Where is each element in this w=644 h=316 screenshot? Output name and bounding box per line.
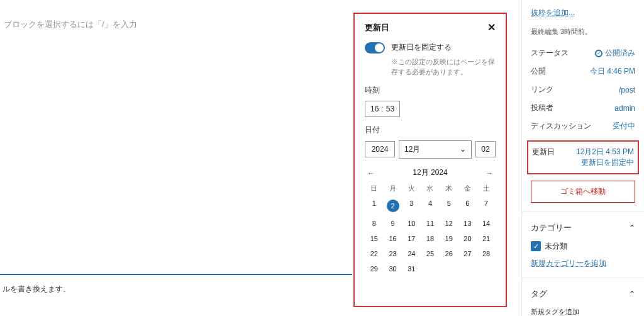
calendar-day[interactable]: 19 — [440, 234, 458, 244]
calendar-day[interactable]: 21 — [477, 234, 496, 244]
author-label: 投稿者 — [531, 103, 553, 113]
calendar-day[interactable]: 27 — [458, 249, 477, 259]
permalink-hint: ルを書き換えます。 — [0, 274, 352, 295]
fix-update-date-label: 更新日を固定する — [391, 42, 452, 53]
calendar-day — [440, 264, 458, 274]
calendar-day — [477, 264, 496, 274]
category-item-label: 未分類 — [545, 241, 567, 252]
calendar-day[interactable]: 23 — [384, 249, 402, 259]
calendar-dow: 木 — [440, 184, 458, 193]
calendar-day[interactable]: 18 — [421, 234, 440, 244]
calendar-dow: 日 — [365, 184, 384, 193]
calendar-day — [421, 264, 440, 274]
calendar-day[interactable]: 28 — [477, 249, 496, 259]
calendar-day[interactable]: 3 — [402, 198, 421, 213]
update-date-popover: 更新日 ✕ 更新日を固定する ※この設定の反映にはページを保存する必要があります… — [353, 13, 507, 307]
day-input[interactable]: 02 — [475, 141, 496, 157]
settings-sidebar: 抜粋を追加... 最終編集 3時間前。 ステータス ✓ 公開済み 公開 今日 4… — [521, 0, 644, 316]
chevron-up-icon: ⌃ — [629, 223, 635, 232]
close-icon[interactable]: ✕ — [487, 21, 496, 33]
date-label: 日付 — [365, 125, 496, 135]
calendar-dow: 火 — [402, 184, 421, 193]
calendar-day[interactable]: 2 — [384, 198, 402, 213]
chevron-down-icon: ⌄ — [460, 145, 466, 154]
permalink-button[interactable]: /post — [619, 86, 635, 94]
discussion-label: ディスカッション — [531, 121, 591, 132]
calendar-prev-icon[interactable]: ← — [365, 167, 377, 179]
calendar-day[interactable]: 9 — [384, 218, 402, 229]
calendar-day[interactable]: 8 — [365, 218, 384, 229]
add-tag-label: 新規タグを追加 — [531, 308, 579, 315]
popover-title: 更新日 — [365, 22, 389, 33]
time-field[interactable]: 16 : 53 — [365, 101, 400, 117]
calendar-dow: 土 — [477, 184, 496, 193]
calendar-day[interactable]: 4 — [421, 198, 440, 213]
calendar-dow: 水 — [421, 184, 440, 193]
publish-label: 公開 — [531, 66, 546, 77]
calendar-day[interactable]: 22 — [365, 249, 384, 259]
calendar-day[interactable]: 11 — [421, 218, 440, 229]
calendar-dow: 金 — [458, 184, 477, 193]
time-hour-input[interactable]: 16 — [370, 104, 379, 113]
chevron-up-icon: ⌃ — [629, 290, 635, 298]
update-date-value: 12月2日 4:53 PM — [576, 147, 634, 157]
time-label: 時刻 — [365, 85, 496, 96]
calendar-day[interactable]: 25 — [421, 249, 440, 259]
add-excerpt-link[interactable]: 抜粋を追加... — [531, 8, 575, 17]
status-button[interactable]: ✓ 公開済み — [595, 48, 635, 59]
editor-canvas[interactable]: ブロックを選択するには「/」を入力 — [0, 13, 352, 30]
calendar-day[interactable]: 6 — [458, 198, 477, 213]
calendar-day[interactable]: 30 — [384, 264, 402, 274]
calendar-day[interactable]: 14 — [477, 218, 496, 229]
category-checkbox[interactable]: ✓ — [531, 241, 541, 251]
calendar-dow: 月 — [384, 184, 402, 193]
calendar-day[interactable]: 12 — [440, 218, 458, 229]
toggle-note: ※この設定の反映にはページを保存する必要があります。 — [391, 57, 496, 77]
calendar-day[interactable]: 5 — [440, 198, 458, 213]
discussion-button[interactable]: 受付中 — [613, 121, 635, 132]
block-placeholder[interactable]: ブロックを選択するには「/」を入力 — [0, 19, 352, 30]
time-minute-input[interactable]: 53 — [386, 104, 394, 113]
link-label: リンク — [531, 84, 553, 95]
tags-panel-toggle[interactable]: タグ ⌃ — [522, 281, 644, 307]
calendar-day[interactable]: 17 — [402, 234, 421, 244]
calendar-day[interactable]: 20 — [458, 234, 477, 244]
move-to-trash-button[interactable]: ゴミ箱へ移動 — [531, 181, 635, 203]
categories-panel-toggle[interactable]: カテゴリー ⌃ — [522, 215, 644, 241]
time-separator: : — [381, 104, 383, 113]
last-edited-text: 最終編集 3時間前。 — [531, 27, 635, 37]
calendar-day[interactable]: 31 — [402, 264, 421, 274]
calendar-day[interactable]: 7 — [477, 198, 496, 213]
update-date-fixed-badge: 更新日を固定中 — [576, 157, 634, 168]
fix-update-date-toggle[interactable] — [365, 42, 385, 54]
calendar-day — [458, 264, 477, 274]
update-date-row[interactable]: 更新日 12月2日 4:53 PM 更新日を固定中 — [527, 140, 639, 174]
calendar-next-icon[interactable]: → — [483, 167, 496, 179]
author-button[interactable]: admin — [614, 104, 635, 113]
calendar-day[interactable]: 10 — [402, 218, 421, 229]
calendar-day[interactable]: 16 — [384, 234, 402, 244]
year-input[interactable]: 2024 — [365, 141, 395, 157]
update-date-label: 更新日 — [532, 147, 555, 168]
calendar-day[interactable]: 24 — [402, 249, 421, 259]
calendar-day[interactable]: 1 — [365, 198, 384, 213]
calendar-day[interactable]: 13 — [458, 218, 477, 229]
add-category-link[interactable]: 新規カテゴリーを追加 — [531, 259, 606, 268]
published-icon: ✓ — [595, 50, 602, 57]
publish-date-button[interactable]: 今日 4:46 PM — [590, 66, 635, 77]
calendar-day[interactable]: 26 — [440, 249, 458, 259]
status-label: ステータス — [531, 48, 569, 59]
calendar-grid: 日月火水木金土123456789101112131415161718192021… — [365, 184, 496, 274]
month-select[interactable]: 12月 ⌄ — [399, 140, 472, 159]
calendar-day[interactable]: 15 — [365, 234, 384, 244]
calendar-day[interactable]: 29 — [365, 264, 384, 274]
calendar-title: 12月 2024 — [413, 167, 447, 178]
